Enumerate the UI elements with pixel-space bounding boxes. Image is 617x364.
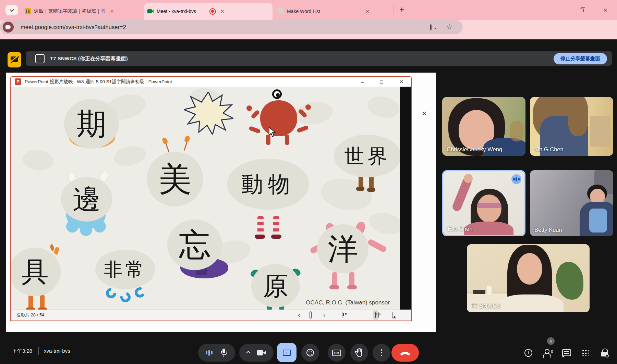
slide-word-yang: 洋: [317, 224, 368, 273]
camera-permission-icon[interactable]: [3, 22, 14, 33]
meet-icon: [147, 8, 154, 14]
blob: [112, 143, 147, 169]
cc-icon: CC: [332, 350, 341, 356]
participant-tile-eva[interactable]: Eva Chen: [442, 170, 525, 236]
slide-word-qi: 期: [64, 99, 119, 149]
window-close-button[interactable]: ✕: [600, 5, 610, 15]
meeting-details-button[interactable]: i: [520, 345, 536, 361]
microphone-button[interactable]: [198, 344, 235, 362]
participant-tile-yin[interactable]: Yin G Chen: [530, 97, 613, 156]
people-button[interactable]: [540, 345, 556, 361]
reactions-button[interactable]: [301, 344, 319, 362]
word-text: 忘: [179, 229, 210, 261]
end-call-button[interactable]: [391, 344, 419, 362]
tab-classroom[interactable]: 週四｜繁體認字閱讀｜初級班｜香 ✕: [21, 3, 140, 20]
raise-hand-button[interactable]: [350, 344, 368, 362]
slide-word-ju: 具: [11, 248, 61, 296]
slide-notes-icon[interactable]: [310, 313, 312, 318]
tab-divider: [394, 6, 394, 14]
reading-view-icon[interactable]: [373, 311, 378, 320]
present-screen-button-active[interactable]: ↑: [277, 343, 297, 362]
word-text: 洋: [328, 234, 358, 264]
restore-icon: [580, 9, 584, 12]
tab-make-word-list[interactable]: Make Word List ✕: [274, 3, 391, 20]
zoom-out-icon[interactable]: [430, 24, 432, 30]
url-bar[interactable]: meet.google.com/xva-trxi-bvs?authuser=2 …: [0, 20, 463, 34]
clock-time: 下午3:28: [12, 348, 32, 354]
next-slide-icon[interactable]: ›: [323, 311, 325, 319]
word-text: 世界: [344, 146, 391, 166]
word-text: 具: [21, 258, 49, 286]
tab-meet-active[interactable]: Meet - xva-trxi-bvs ✕: [144, 3, 273, 20]
powerpoint-titlebar: P PowerPoint 投影片放映 - W8-週四 5.00 S1認字閱讀班初…: [11, 77, 411, 87]
chat-button[interactable]: [559, 345, 574, 361]
people-count-badge: 6: [547, 337, 555, 345]
normal-view-icon[interactable]: [342, 313, 342, 318]
chat-icon: [562, 349, 571, 356]
shared-screen-area: ✕ P PowerPoint 投影片放映 - W8-週四 5.00 S1認字閱讀…: [6, 73, 436, 332]
camera-button[interactable]: [239, 344, 274, 362]
meet-control-bar: 下午3:28 xva-trxi-bvs ↑ CC: [0, 339, 617, 364]
host-controls-button[interactable]: [596, 345, 612, 361]
recording-indicator-icon: [209, 8, 216, 15]
participant-name: Eva Chen: [448, 226, 472, 232]
audio-level-icon: [206, 350, 213, 356]
previous-slide-icon[interactable]: ‹: [298, 311, 300, 319]
ppt-minimize-button[interactable]: –: [355, 77, 370, 87]
present-icon: ↑: [283, 350, 291, 356]
starburst-shape: [184, 92, 233, 135]
slide-word-bian: 邊: [61, 177, 112, 222]
tab-close-icon[interactable]: ✕: [219, 8, 226, 15]
word-text: 美: [159, 163, 192, 196]
slide-counter: 投影片 28 / 54: [16, 312, 44, 318]
participant-video: [467, 244, 590, 312]
slide-word-shijie: 世界: [334, 135, 400, 177]
powerpoint-icon: P: [15, 78, 21, 85]
people-icon: [543, 349, 553, 356]
captions-button[interactable]: CC: [328, 344, 346, 362]
word-text: 動物: [241, 173, 295, 195]
host-controls-lock-icon: [601, 349, 608, 357]
powerpoint-title: PowerPoint 投影片放映 - W8-週四 5.00 S1認字閱讀班初級 …: [25, 79, 172, 85]
chevron-down-icon: [10, 8, 14, 12]
meeting-code: xva-trxi-bvs: [44, 348, 70, 354]
tab-title: Meet - xva-trxi-bvs: [157, 9, 196, 14]
participant-tile-t7[interactable]: T7 SNWCS: [467, 244, 590, 312]
new-tab-button[interactable]: +: [399, 5, 404, 14]
tab-title: Make Word List: [287, 9, 320, 14]
camera-icon: [257, 350, 266, 355]
tab-search-button[interactable]: [5, 5, 18, 15]
slide-word-mei: 美: [147, 152, 203, 206]
more-options-button[interactable]: [373, 344, 390, 362]
chevron-up-icon[interactable]: [246, 351, 251, 355]
smiley-icon: [306, 349, 314, 356]
blob: [21, 148, 55, 173]
participant-tile-chrissie[interactable]: ChrissieChucky Weng: [442, 97, 525, 156]
slideshow-dark-edge: [400, 87, 411, 310]
share-banner-label: T7 SNWCS (你正在分享螢幕畫面): [50, 55, 128, 62]
slideshow-view-icon[interactable]: [392, 313, 392, 318]
mouse-cursor: [268, 127, 276, 137]
bookmark-star-icon[interactable]: ☆: [446, 23, 452, 31]
tab-close-icon[interactable]: ✕: [364, 8, 371, 15]
raised-hand-icon: [355, 348, 364, 357]
tab-title: 週四｜繁體認字閱讀｜初級班｜香: [34, 8, 106, 14]
activities-button[interactable]: [577, 345, 593, 361]
window-minimize-button[interactable]: –: [553, 5, 564, 15]
word-text: 邊: [73, 185, 101, 213]
tab-close-icon[interactable]: ✕: [109, 8, 115, 15]
ppt-close-button[interactable]: ✕: [394, 77, 409, 87]
participant-tile-betty[interactable]: Betty Kuan: [530, 170, 613, 236]
word-text: 原: [263, 273, 288, 299]
window-restore-button[interactable]: [577, 5, 587, 15]
slide-word-dongwu: 動物: [227, 159, 309, 210]
participant-name: Betty Kuan: [534, 227, 562, 233]
browser-toolbar: ← → ↻ meet.google.com/xva-trxi-bvs?authu…: [0, 20, 617, 39]
participant-name: Yin G Chen: [534, 146, 564, 153]
powerpoint-window: P PowerPoint 投影片放映 - W8-週四 5.00 S1認字閱讀班初…: [10, 76, 412, 321]
more-options-icon: [381, 352, 383, 354]
ppt-maximize-button[interactable]: □: [374, 77, 389, 87]
stop-sharing-button[interactable]: 停止分享螢幕畫面: [554, 53, 607, 64]
stop-presentation-warning-icon[interactable]: [8, 52, 21, 67]
participant-name: T7 SNWCS: [471, 303, 500, 309]
